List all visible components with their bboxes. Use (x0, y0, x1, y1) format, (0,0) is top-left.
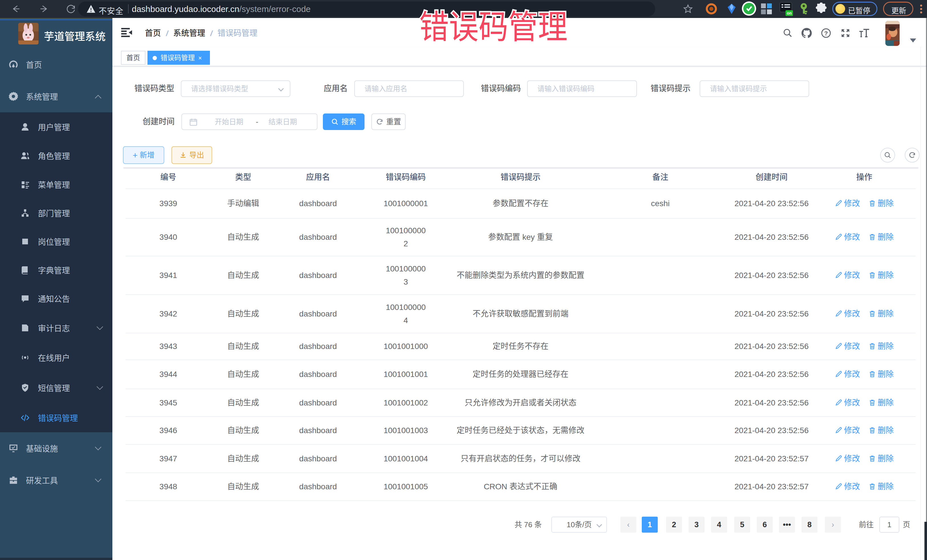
svg-text:?: ? (824, 30, 828, 36)
svg-text:on: on (787, 11, 792, 15)
svg-text:错误码管理: 错误码管理 (419, 3, 568, 48)
